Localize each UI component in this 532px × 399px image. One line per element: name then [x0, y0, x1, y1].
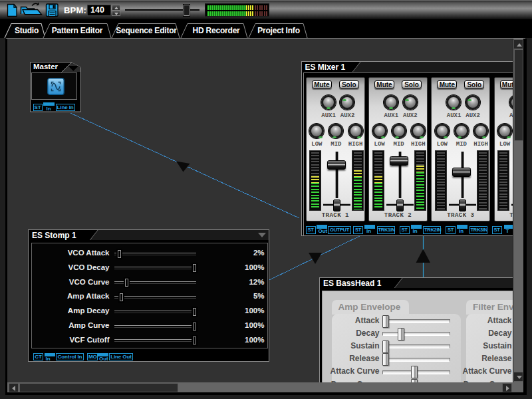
svg-text:Pattern Editor: Pattern Editor	[52, 26, 103, 35]
svg-text:HD Recorder: HD Recorder	[192, 26, 240, 35]
svg-text:Project Info: Project Info	[257, 26, 300, 35]
svg-text:Sequence Editor: Sequence Editor	[116, 26, 177, 35]
svg-text:Studio: Studio	[15, 26, 39, 35]
